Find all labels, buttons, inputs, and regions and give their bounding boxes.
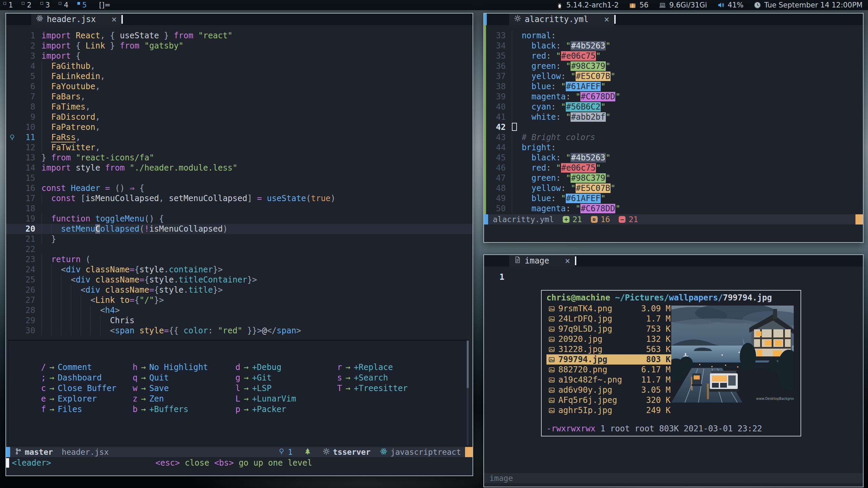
- whichkey-binding[interactable]: /→Comment: [41, 362, 133, 373]
- file-row[interactable]: 31228.jpg563 K: [546, 344, 673, 354]
- code-line[interactable]: 9FaDiscord,: [6, 112, 472, 122]
- code-line[interactable]: 43# Bright colors: [487, 132, 863, 142]
- whichkey-binding[interactable]: b→+Buffers: [133, 404, 235, 415]
- diff-add-icon: +: [563, 216, 570, 223]
- file-row[interactable]: ad6v90y.jpg3.05 M: [546, 385, 673, 395]
- code-line[interactable]: 44bright:: [487, 142, 863, 153]
- whichkey-binding[interactable]: p→+Packer: [235, 404, 337, 415]
- code-line[interactable]: 4FaGithub,: [6, 61, 472, 71]
- code-line[interactable]: 14import style from "./header.module.les…: [6, 163, 472, 173]
- code-buffer[interactable]: 1import React, { useState } from "react"…: [6, 25, 472, 336]
- whichkey-binding[interactable]: d→+Debug: [235, 362, 337, 373]
- code-line[interactable]: 27<Link to={"/"}>: [6, 295, 472, 305]
- code-line[interactable]: 24<div className={style.container}>: [6, 265, 472, 275]
- code-line[interactable]: 33normal:: [487, 31, 863, 41]
- workspace-3[interactable]: 3: [40, 1, 50, 9]
- code-line[interactable]: 11FaRss,: [6, 132, 472, 142]
- code-line[interactable]: 26<div className={style.title}>: [6, 285, 472, 295]
- code-line[interactable]: 48yellow: "#E5C07B": [487, 183, 863, 193]
- code-line[interactable]: 28<h4>: [6, 305, 472, 315]
- workspace-4[interactable]: 4: [59, 1, 68, 9]
- line-number: 26: [18, 285, 35, 295]
- whichkey-binding[interactable]: s→+Search: [337, 373, 439, 383]
- workspace-1[interactable]: 1: [3, 1, 13, 9]
- workspace-5[interactable]: 5: [77, 1, 87, 9]
- whichkey-binding[interactable]: l→+LSP: [235, 383, 337, 394]
- whichkey-binding[interactable]: h→No Highlight: [133, 362, 235, 373]
- code-line[interactable]: 25<div className={style.titleContainer}>: [6, 275, 472, 285]
- code-buffer[interactable]: 1: [484, 267, 863, 282]
- code-line[interactable]: 12FaTwitter,: [6, 142, 472, 153]
- tab-image[interactable]: image ×: [509, 255, 575, 267]
- code-line[interactable]: 18: [6, 203, 472, 214]
- image-file-icon: [548, 316, 555, 322]
- file-row[interactable]: 24LrDFQ.jpg1.7 M: [546, 314, 673, 324]
- whichkey-binding[interactable]: q→Quit: [133, 373, 235, 383]
- workspace-2[interactable]: 2: [22, 1, 31, 9]
- code-line[interactable]: 38blue: "#61AFEF": [487, 81, 863, 92]
- code-line[interactable]: 22: [6, 244, 472, 254]
- code-line[interactable]: 49blue: "#61AFEF": [487, 193, 863, 203]
- code-line[interactable]: 10FaPatreon,: [6, 122, 472, 132]
- whichkey-binding[interactable]: r→+Replace: [337, 362, 439, 373]
- code-line[interactable]: 6FaYoutube,: [6, 81, 472, 92]
- code-line[interactable]: 8FaTimes,: [6, 102, 472, 112]
- file-row[interactable]: 97q9L5D.jpg753 K: [546, 324, 673, 334]
- code-line[interactable]: 35red: "#e06c75": [487, 51, 863, 61]
- whichkey-binding[interactable]: e→Explorer: [41, 394, 133, 404]
- code-line[interactable]: 5FaLinkedin,: [6, 71, 472, 81]
- file-row[interactable]: 799794.jpg803 K: [546, 354, 673, 365]
- whichkey-binding[interactable]: f→Files: [41, 404, 133, 415]
- file-row[interactable]: a19c482f~.png11.7 M: [546, 375, 673, 385]
- file-manager-overlay: chris@machine ~/Pictures/wallpapers/7997…: [541, 290, 801, 436]
- code-line[interactable]: 50magenta: "#C678DD": [487, 203, 863, 214]
- code-line[interactable]: 39magenta: "#C678DD": [487, 92, 863, 102]
- whichkey-binding[interactable]: ;→Dashboard: [41, 373, 133, 383]
- code-line[interactable]: 17const [isMenuCollapsed, setMenuCollaps…: [6, 193, 472, 203]
- tab-header-jsx[interactable]: header.jsx ×: [31, 14, 121, 25]
- code-line[interactable]: 13} from "react-icons/fa": [6, 153, 472, 163]
- code-buffer[interactable]: 33normal:34black: "#4b5263"35red: "#e06c…: [484, 25, 863, 214]
- code-line[interactable]: 15: [6, 173, 472, 183]
- code-line[interactable]: 7FaBars,: [6, 92, 472, 102]
- whichkey-binding[interactable]: L→+LunarVim: [235, 394, 337, 404]
- code-line[interactable]: 23return (: [6, 254, 472, 265]
- file-row[interactable]: AFq5r6j.jpeg320 K: [546, 395, 673, 405]
- file-row[interactable]: 882720.png6.17 M: [546, 365, 673, 375]
- file-row[interactable]: 20920.jpg132 K: [546, 334, 673, 344]
- code-line[interactable]: 40cyan: "#56B6C2": [487, 102, 863, 112]
- code-line[interactable]: 29Chris: [6, 315, 472, 326]
- code-line[interactable]: 42: [487, 122, 863, 132]
- whichkey-binding[interactable]: c→Close Buffer: [41, 383, 133, 394]
- whichkey-binding[interactable]: g→+Git: [235, 373, 337, 383]
- whichkey-scrollbar[interactable]: [467, 340, 469, 445]
- code-line[interactable]: 46red: "#e06c75": [487, 163, 863, 173]
- code-line[interactable]: 20setMenuCollapsed(!isMenuCollapsed): [6, 224, 472, 234]
- file-row[interactable]: aghr5Ip.jpg249 K: [546, 405, 673, 415]
- code-line[interactable]: 1import React, { useState } from "react": [6, 31, 472, 41]
- code-line[interactable]: 21}: [6, 234, 472, 244]
- code-line[interactable]: 16const Header = () ⇒ {: [6, 183, 472, 193]
- close-icon[interactable]: ×: [604, 14, 610, 24]
- code-line[interactable]: 47green: "#98C379": [487, 173, 863, 183]
- whichkey-binding[interactable]: w→Save: [133, 383, 235, 394]
- tab-alacritty-yml[interactable]: alacritty.yml ×: [509, 14, 614, 25]
- lightbulb-icon[interactable]: [6, 132, 18, 142]
- code-line[interactable]: 30<span style={{ color: "red" }}>@</span…: [6, 326, 472, 336]
- code-line[interactable]: 37yellow: "#E5C07B": [487, 71, 863, 81]
- react-icon: [380, 448, 387, 457]
- code-line[interactable]: 41white: "#abb2bf": [487, 112, 863, 122]
- code-line[interactable]: 36green: "#98C379": [487, 61, 863, 71]
- code-line[interactable]: 2import { Link } from "gatsby": [6, 41, 472, 51]
- file-row[interactable]: 9rsmTK4.png3.09 M: [546, 304, 673, 314]
- close-icon[interactable]: ×: [565, 256, 570, 266]
- close-icon[interactable]: ×: [112, 14, 117, 24]
- code-line[interactable]: 34black: "#4b5263": [487, 41, 863, 51]
- layout-indicator-icon[interactable]: []=: [99, 1, 111, 9]
- code-line[interactable]: 45black: "#4b5263": [487, 153, 863, 163]
- code-line[interactable]: 19function toggleMenu() {: [6, 214, 472, 224]
- statusline-filename: alacritty.yml: [493, 215, 554, 224]
- whichkey-binding[interactable]: T→+Treesitter: [337, 383, 439, 394]
- whichkey-binding[interactable]: z→Zen: [133, 394, 235, 404]
- code-line[interactable]: 3import {: [6, 51, 472, 61]
